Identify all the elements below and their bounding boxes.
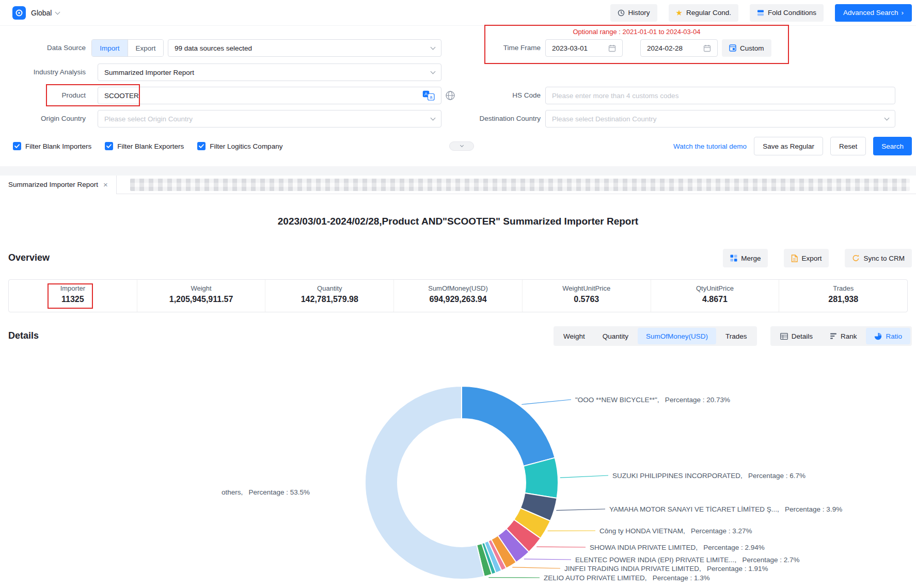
search-button[interactable]: Search [873,137,912,155]
end-date-input[interactable]: 2024-02-28 [640,39,718,57]
tab-title: Summarized Importer Report [8,181,98,188]
svg-text:A: A [424,91,428,97]
reset-button[interactable]: Reset [830,137,866,155]
collapse-conditions-button[interactable] [449,141,474,151]
checkbox-checked-icon [13,142,21,150]
stat-weight: Weight 1,205,945,911.57 [137,280,265,312]
data-sources-value: 99 data sources selected [175,44,252,52]
filter-blank-importers-checkbox[interactable]: Filter Blank Importers [13,142,91,150]
checkbox-checked-icon [105,142,113,150]
trade-data-app: Global History ★ Regular Cond. Fold Cond… [0,0,916,588]
stat-label: WeightUnitPrice [523,284,651,292]
stat-label: Quantity [265,284,393,292]
chevron-down-icon [431,45,436,50]
data-source-label: Data Source [4,39,86,57]
industry-analysis-select[interactable]: Summarized Importer Report [98,63,441,81]
regular-cond-label: Regular Cond. [686,9,731,17]
stat-label: Importer [9,284,137,292]
product-input[interactable] [98,87,441,104]
data-sources-select[interactable]: 99 data sources selected [168,39,441,57]
merge-label: Merge [741,255,761,262]
destination-country-label: Destination Country [459,110,541,128]
calendar-icon [703,44,711,52]
star-icon: ★ [676,9,683,17]
destination-country-select[interactable]: Please select Destination Country [545,110,895,128]
region-label: Global [31,9,52,17]
stat-value: 694,929,263.94 [394,295,522,304]
export-button[interactable]: Export [784,249,829,267]
pie-label: SUZUKI PHILIPPINES INCORPORATED, Percent… [612,472,806,480]
custom-range-button[interactable]: Custom [722,39,771,57]
tutorial-demo-link[interactable]: Watch the tutorial demo [673,142,747,150]
chevron-down-icon [431,69,436,74]
save-as-regular-button[interactable]: Save as Regular [754,137,823,155]
tab-quantity[interactable]: Quantity [594,328,637,344]
tab-ratio-label: Ratio [886,332,902,340]
chevron-right-icon: › [902,9,904,17]
topbar: Global History ★ Regular Cond. Fold Cond… [0,0,916,26]
merge-icon [730,255,737,262]
origin-country-placeholder: Please select Origin Country [104,115,193,123]
metric-tab-group: Weight Quantity SumOfMoney(USD) Trades [554,326,757,346]
hs-code-label: HS Code [459,87,541,104]
advanced-search-button[interactable]: Advanced Search › [835,4,912,22]
pie-leader-line [556,509,605,511]
import-tab[interactable]: Import [92,40,128,56]
chevron-down-icon [460,144,463,147]
product-label: Product [4,87,86,104]
overview-heading: Overview [8,252,50,263]
hs-code-input[interactable] [545,87,895,104]
export-file-icon [791,255,798,262]
tab-weight[interactable]: Weight [555,328,593,344]
tab-rank-view[interactable]: Rank [822,328,865,344]
pie-label: YAMAHA MOTOR SANAYI VE TİCARET LİMİTED Ş… [609,505,842,513]
custom-range-icon [729,44,736,52]
pie-leader-line [522,400,571,404]
stat-label: Weight [137,284,265,292]
start-date-value: 2023-03-01 [552,44,588,52]
pie-leader-line [560,475,608,478]
tab-summarized-importer-report[interactable]: Summarized Importer Report × [0,176,117,194]
regular-cond-button[interactable]: ★ Regular Cond. [669,4,739,22]
stat-value: 11325 [9,295,137,304]
filter-logistics-company-checkbox[interactable]: Filter Logitics Company [197,142,282,150]
chevron-down-icon [55,9,60,14]
pie-label: "OOO **NEW BICYCLE**", Percentage : 20.7… [575,396,730,404]
globe-icon[interactable] [445,90,455,101]
history-label: History [628,9,650,17]
pie-label: Công ty HONDA VIETNAM, Percentage : 3.27… [599,527,752,535]
stat-trades: Trades 281,938 [779,280,907,312]
pie-label: SHOWA INDIA PRIVATE LIMITED, Percentage … [590,544,765,551]
topbar-left: Global [12,6,59,20]
history-button[interactable]: History [610,4,657,22]
ratio-donut-chart: "OOO **NEW BICYCLE**", Percentage : 20.7… [0,356,916,588]
tab-ratio-view[interactable]: Ratio [866,328,910,344]
start-date-input[interactable]: 2023-03-01 [545,39,623,57]
view-tab-group: Details Rank Ratio [770,326,912,346]
close-icon[interactable]: × [103,181,108,188]
region-selector[interactable]: Global [31,9,59,17]
tab-details-view[interactable]: Details [772,328,821,344]
translate-icon[interactable]: Aa [422,90,435,101]
origin-country-select[interactable]: Please select Origin Country [98,110,441,128]
calendar-icon [608,44,616,52]
pie-label: JINFEI TRADING INDIA PRIVATE LIMITED, Pe… [564,565,768,573]
stat-value: 142,781,579.98 [265,295,393,304]
tab-trades[interactable]: Trades [717,328,755,344]
fold-conditions-button[interactable]: Fold Conditions [750,4,824,22]
export-tab[interactable]: Export [128,40,163,56]
sync-to-crm-button[interactable]: Sync to CRM [845,249,912,267]
industry-analysis-label: Industry Analysis [4,63,86,81]
pie-segment[interactable] [462,386,555,466]
sync-to-crm-label: Sync to CRM [863,255,905,262]
stat-weight-unit-price: WeightUnitPrice 0.5763 [522,280,651,312]
tab-sum-of-money[interactable]: SumOfMoney(USD) [638,328,716,344]
stat-importer: Importer 11325 [9,280,137,312]
tab-details-label: Details [792,332,813,340]
report-title: 2023/03/01-2024/02/28,Product AND"SCOOTE… [0,216,916,227]
filter-blank-exporters-checkbox[interactable]: Filter Blank Exporters [105,142,184,150]
merge-button[interactable]: Merge [723,249,768,267]
app-logo[interactable] [12,6,26,20]
stat-quantity: Quantity 142,781,579.98 [265,280,393,312]
pie-label: ELENTEC POWER INDIA (EPI) PRIVATE LIMITE… [575,556,800,564]
